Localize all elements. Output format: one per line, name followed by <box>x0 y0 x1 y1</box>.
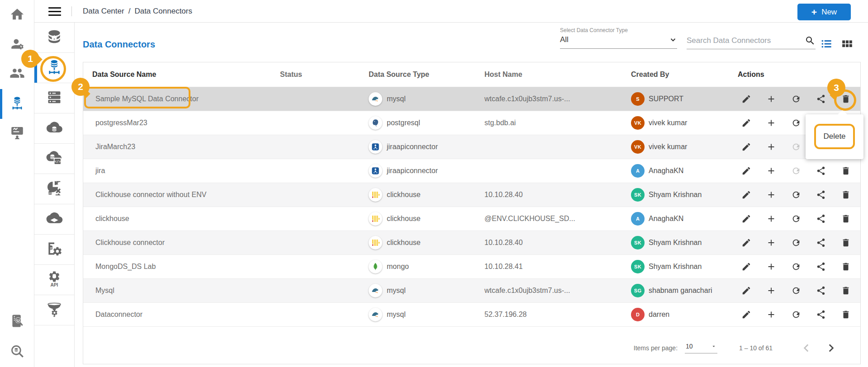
share-icon[interactable] <box>816 238 826 248</box>
refresh-icon[interactable] <box>791 166 801 176</box>
connector-type-select[interactable]: Select Data Connector Type All <box>560 27 677 49</box>
share-icon[interactable] <box>816 166 826 176</box>
data-center-nav-icon[interactable] <box>9 95 25 111</box>
add-icon[interactable] <box>766 190 776 200</box>
refresh-icon[interactable] <box>791 238 801 248</box>
host-name: 52.37.196.28 <box>471 311 622 319</box>
table-row[interactable]: Clickhouse connector without ENVclickhou… <box>83 183 860 207</box>
refresh-icon[interactable] <box>791 190 801 200</box>
user-settings-icon[interactable] <box>9 36 25 52</box>
home-icon[interactable] <box>9 7 25 22</box>
add-icon[interactable] <box>766 94 776 104</box>
pagination-range: 1 – 10 of 61 <box>739 344 773 352</box>
delete-icon[interactable] <box>841 310 851 320</box>
table-row[interactable]: MongoDS_DS Labmongo10.10.28.41SKShyam Kr… <box>83 255 860 279</box>
edit-icon[interactable] <box>741 94 751 104</box>
table-row[interactable]: clickhouseclickhouse@ENV.CLICKHOUSE_SD..… <box>83 207 860 231</box>
refresh-icon[interactable] <box>791 94 801 104</box>
delete-popup-button[interactable]: Delete <box>814 124 855 149</box>
breadcrumb-data-connectors[interactable]: Data Connectors <box>134 7 192 16</box>
share-icon[interactable] <box>816 190 826 200</box>
table-row[interactable]: Clickhouse connectorclickhouse10.10.28.4… <box>83 231 860 255</box>
edit-icon[interactable] <box>741 310 751 320</box>
refresh-icon[interactable] <box>791 142 801 152</box>
sidebar-item-data-stores[interactable] <box>34 83 74 113</box>
audit-search-icon[interactable] <box>9 313 25 329</box>
share-icon[interactable] <box>816 262 826 272</box>
add-icon[interactable] <box>766 142 776 152</box>
share-icon[interactable] <box>816 214 826 224</box>
delete-icon[interactable] <box>841 238 851 248</box>
delete-icon[interactable] <box>841 286 851 296</box>
edit-icon[interactable] <box>741 286 751 296</box>
table-row[interactable]: Mysqlmysqlwtcafe.c1x0ujb3stm7.us-...SGsh… <box>83 279 860 303</box>
add-icon[interactable] <box>766 262 776 272</box>
share-icon[interactable] <box>816 286 826 296</box>
delete-icon[interactable] <box>841 190 851 200</box>
add-icon[interactable] <box>766 166 776 176</box>
next-page-icon[interactable] <box>825 342 837 354</box>
created-by: VKvivek kumar <box>622 140 738 154</box>
user-groups-icon[interactable] <box>9 66 25 81</box>
column-header-status: Status <box>272 71 358 79</box>
table-row[interactable]: jirajiraapiconnectorAAnaghaKN <box>83 159 860 183</box>
created-by: Ddarren <box>622 308 738 321</box>
refresh-icon[interactable] <box>791 118 801 128</box>
cloud-database-icon <box>46 119 63 138</box>
add-icon[interactable] <box>766 214 776 224</box>
hamburger-menu-icon[interactable] <box>48 7 61 16</box>
table-row[interactable]: postgressMar23postgresqlstg.bdb.aiVKvive… <box>83 111 860 135</box>
type-label: clickhouse <box>387 215 421 223</box>
table-row[interactable]: JiraMarch23jiraapiconnectorVKvivek kumar <box>83 135 860 159</box>
refresh-icon[interactable] <box>791 214 801 224</box>
sidebar-item-data-center-home[interactable] <box>34 23 74 53</box>
data-source-name: jira <box>83 167 272 175</box>
edit-icon[interactable] <box>741 142 751 152</box>
edit-icon[interactable] <box>741 166 751 176</box>
host-name: @ENV.CLICKHOUSE_SD... <box>471 215 622 223</box>
add-icon[interactable] <box>766 118 776 128</box>
data-source-type: clickhouse <box>358 236 471 249</box>
delete-icon[interactable] <box>841 262 851 272</box>
search-input[interactable] <box>687 36 805 45</box>
mysql-logo-icon <box>369 308 382 321</box>
edit-icon[interactable] <box>741 118 751 128</box>
sidebar-item-data-sandbox[interactable] <box>34 204 74 235</box>
add-icon[interactable] <box>766 310 776 320</box>
share-icon[interactable] <box>816 310 826 320</box>
previous-page-icon[interactable] <box>801 342 812 354</box>
items-per-page-select[interactable]: 10 <box>685 343 717 353</box>
avatar: SK <box>631 260 645 273</box>
edit-icon[interactable] <box>741 238 751 248</box>
sidebar-item-api-connectors[interactable]: API <box>34 265 74 295</box>
avatar: D <box>631 308 645 321</box>
delete-icon[interactable] <box>841 166 851 176</box>
table-row[interactable]: Dataconnectormysql52.37.196.28Ddarren <box>83 303 860 327</box>
jiraapiconnector-logo-icon <box>369 140 382 154</box>
table-row[interactable]: Sample MySQL Data Connectormysqlwtcafe.c… <box>83 87 860 111</box>
edit-icon[interactable] <box>741 214 751 224</box>
cloud-layer-icon <box>46 210 63 229</box>
sidebar-item-data-preparation[interactable] <box>34 174 74 204</box>
sidebar-item-data-scripts[interactable]: </> <box>34 144 74 174</box>
edit-icon[interactable] <box>741 262 751 272</box>
search-icon[interactable] <box>805 35 816 46</box>
column-header-actions: Actions <box>738 71 860 79</box>
add-icon[interactable] <box>766 238 776 248</box>
delete-icon[interactable] <box>841 214 851 224</box>
share-icon[interactable] <box>816 94 826 104</box>
data-search-icon[interactable] <box>9 343 25 359</box>
add-icon[interactable] <box>766 286 776 296</box>
refresh-icon[interactable] <box>791 262 801 272</box>
sidebar-item-data-sets[interactable] <box>34 113 74 144</box>
breadcrumb-data-center[interactable]: Data Center <box>83 7 124 16</box>
grid-view-icon[interactable] <box>841 38 853 50</box>
sidebar-item-data-store-settings[interactable] <box>34 235 74 265</box>
dashboard-publish-icon[interactable] <box>9 125 25 140</box>
sidebar-item-etl[interactable] <box>34 295 74 325</box>
edit-icon[interactable] <box>741 190 751 200</box>
new-button[interactable]: + New <box>797 4 851 20</box>
refresh-icon[interactable] <box>791 310 801 320</box>
list-view-icon[interactable] <box>821 38 832 50</box>
refresh-icon[interactable] <box>791 286 801 296</box>
